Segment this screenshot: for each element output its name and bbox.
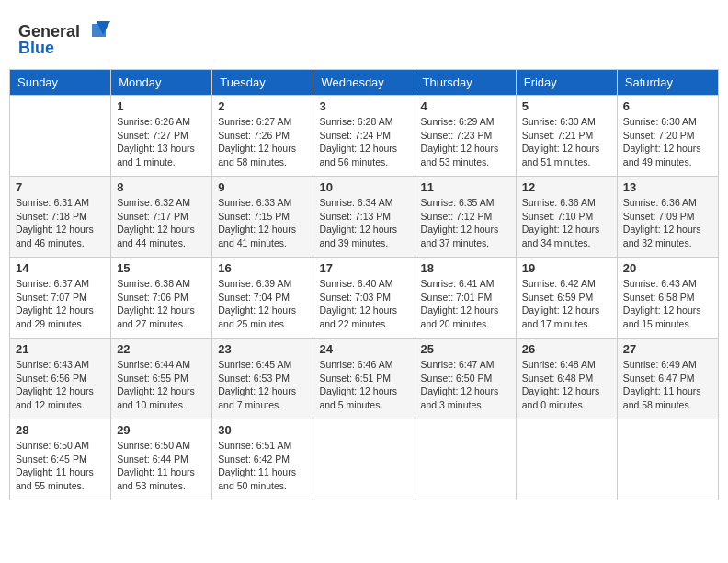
day-info: Sunrise: 6:36 AMSunset: 7:10 PMDaylight:… (522, 196, 611, 250)
week-row-2: 7Sunrise: 6:31 AMSunset: 7:18 PMDaylight… (10, 177, 719, 258)
day-number: 16 (218, 261, 307, 275)
day-info: Sunrise: 6:40 AMSunset: 7:03 PMDaylight:… (319, 277, 408, 331)
header-row: SundayMondayTuesdayWednesdayThursdayFrid… (10, 70, 719, 96)
day-info: Sunrise: 6:47 AMSunset: 6:50 PMDaylight:… (421, 358, 510, 412)
day-cell: 14Sunrise: 6:37 AMSunset: 7:07 PMDayligh… (10, 258, 111, 339)
day-number: 21 (16, 342, 105, 356)
day-info: Sunrise: 6:41 AMSunset: 7:01 PMDaylight:… (421, 277, 510, 331)
calendar-table: SundayMondayTuesdayWednesdayThursdayFrid… (9, 69, 719, 500)
day-number: 26 (522, 342, 611, 356)
day-number: 17 (319, 261, 408, 275)
day-cell: 5Sunrise: 6:30 AMSunset: 7:21 PMDaylight… (516, 96, 617, 177)
day-info: Sunrise: 6:50 AMSunset: 6:44 PMDaylight:… (117, 439, 206, 493)
day-cell (617, 419, 718, 500)
week-row-1: 1Sunrise: 6:26 AMSunset: 7:27 PMDaylight… (10, 96, 719, 177)
day-number: 6 (623, 99, 712, 113)
day-number: 20 (623, 261, 712, 275)
day-number: 18 (421, 261, 510, 275)
day-info: Sunrise: 6:31 AMSunset: 7:18 PMDaylight:… (16, 196, 105, 250)
day-number: 15 (117, 261, 206, 275)
day-header-sunday: Sunday (10, 70, 111, 96)
day-number: 29 (117, 423, 206, 437)
day-info: Sunrise: 6:35 AMSunset: 7:12 PMDaylight:… (421, 196, 510, 250)
day-cell: 25Sunrise: 6:47 AMSunset: 6:50 PMDayligh… (415, 339, 516, 419)
day-cell: 17Sunrise: 6:40 AMSunset: 7:03 PMDayligh… (313, 258, 415, 339)
day-info: Sunrise: 6:39 AMSunset: 7:04 PMDaylight:… (218, 277, 307, 331)
day-cell: 6Sunrise: 6:30 AMSunset: 7:20 PMDaylight… (617, 96, 718, 177)
day-info: Sunrise: 6:32 AMSunset: 7:17 PMDaylight:… (117, 196, 206, 250)
day-number: 3 (319, 99, 408, 113)
day-cell: 10Sunrise: 6:34 AMSunset: 7:13 PMDayligh… (313, 177, 415, 258)
day-cell (415, 419, 516, 500)
day-info: Sunrise: 6:30 AMSunset: 7:21 PMDaylight:… (522, 115, 611, 169)
week-row-5: 28Sunrise: 6:50 AMSunset: 6:45 PMDayligh… (10, 419, 719, 500)
day-number: 2 (218, 99, 307, 113)
day-cell: 26Sunrise: 6:48 AMSunset: 6:48 PMDayligh… (516, 339, 617, 419)
day-info: Sunrise: 6:33 AMSunset: 7:15 PMDaylight:… (218, 196, 307, 250)
logo: General Blue (18, 17, 119, 62)
day-info: Sunrise: 6:43 AMSunset: 6:58 PMDaylight:… (623, 277, 712, 331)
day-number: 9 (218, 180, 307, 194)
day-cell: 3Sunrise: 6:28 AMSunset: 7:24 PMDaylight… (313, 96, 415, 177)
day-header-saturday: Saturday (617, 70, 718, 96)
day-number: 14 (16, 261, 105, 275)
day-header-tuesday: Tuesday (212, 70, 313, 96)
day-cell: 12Sunrise: 6:36 AMSunset: 7:10 PMDayligh… (516, 177, 617, 258)
day-info: Sunrise: 6:36 AMSunset: 7:09 PMDaylight:… (623, 196, 712, 250)
day-number: 10 (319, 180, 408, 194)
day-number: 5 (522, 99, 611, 113)
day-cell: 4Sunrise: 6:29 AMSunset: 7:23 PMDaylight… (415, 96, 516, 177)
day-cell: 19Sunrise: 6:42 AMSunset: 6:59 PMDayligh… (516, 258, 617, 339)
day-cell: 24Sunrise: 6:46 AMSunset: 6:51 PMDayligh… (313, 339, 415, 419)
day-cell (10, 96, 111, 177)
day-cell: 23Sunrise: 6:45 AMSunset: 6:53 PMDayligh… (212, 339, 313, 419)
day-header-friday: Friday (516, 70, 617, 96)
day-cell: 15Sunrise: 6:38 AMSunset: 7:06 PMDayligh… (111, 258, 212, 339)
day-header-thursday: Thursday (415, 70, 516, 96)
day-cell: 21Sunrise: 6:43 AMSunset: 6:56 PMDayligh… (10, 339, 111, 419)
day-cell: 2Sunrise: 6:27 AMSunset: 7:26 PMDaylight… (212, 96, 313, 177)
day-number: 11 (421, 180, 510, 194)
day-number: 30 (218, 423, 307, 437)
day-cell: 11Sunrise: 6:35 AMSunset: 7:12 PMDayligh… (415, 177, 516, 258)
day-number: 23 (218, 342, 307, 356)
svg-text:Blue: Blue (18, 39, 54, 57)
day-cell: 22Sunrise: 6:44 AMSunset: 6:55 PMDayligh… (111, 339, 212, 419)
day-info: Sunrise: 6:45 AMSunset: 6:53 PMDaylight:… (218, 358, 307, 412)
day-cell: 30Sunrise: 6:51 AMSunset: 6:42 PMDayligh… (212, 419, 313, 500)
day-number: 28 (16, 423, 105, 437)
week-row-4: 21Sunrise: 6:43 AMSunset: 6:56 PMDayligh… (10, 339, 719, 419)
day-number: 12 (522, 180, 611, 194)
day-number: 25 (421, 342, 510, 356)
day-info: Sunrise: 6:28 AMSunset: 7:24 PMDaylight:… (319, 115, 408, 169)
day-number: 13 (623, 180, 712, 194)
day-info: Sunrise: 6:51 AMSunset: 6:42 PMDaylight:… (218, 439, 307, 493)
day-info: Sunrise: 6:46 AMSunset: 6:51 PMDaylight:… (319, 358, 408, 412)
day-info: Sunrise: 6:50 AMSunset: 6:45 PMDaylight:… (16, 439, 105, 493)
day-info: Sunrise: 6:27 AMSunset: 7:26 PMDaylight:… (218, 115, 307, 169)
svg-text:General: General (18, 22, 80, 40)
day-number: 8 (117, 180, 206, 194)
day-cell: 1Sunrise: 6:26 AMSunset: 7:27 PMDaylight… (111, 96, 212, 177)
day-info: Sunrise: 6:42 AMSunset: 6:59 PMDaylight:… (522, 277, 611, 331)
day-number: 4 (421, 99, 510, 113)
day-cell: 20Sunrise: 6:43 AMSunset: 6:58 PMDayligh… (617, 258, 718, 339)
day-info: Sunrise: 6:48 AMSunset: 6:48 PMDaylight:… (522, 358, 611, 412)
day-info: Sunrise: 6:44 AMSunset: 6:55 PMDaylight:… (117, 358, 206, 412)
day-info: Sunrise: 6:37 AMSunset: 7:07 PMDaylight:… (16, 277, 105, 331)
day-info: Sunrise: 6:34 AMSunset: 7:13 PMDaylight:… (319, 196, 408, 250)
page-header: General Blue (9, 9, 719, 62)
day-cell: 7Sunrise: 6:31 AMSunset: 7:18 PMDaylight… (10, 177, 111, 258)
day-number: 1 (117, 99, 206, 113)
day-cell: 28Sunrise: 6:50 AMSunset: 6:45 PMDayligh… (10, 419, 111, 500)
day-number: 19 (522, 261, 611, 275)
day-cell: 16Sunrise: 6:39 AMSunset: 7:04 PMDayligh… (212, 258, 313, 339)
day-info: Sunrise: 6:49 AMSunset: 6:47 PMDaylight:… (623, 358, 712, 412)
day-header-wednesday: Wednesday (313, 70, 415, 96)
day-info: Sunrise: 6:30 AMSunset: 7:20 PMDaylight:… (623, 115, 712, 169)
day-number: 24 (319, 342, 408, 356)
logo-text: General Blue (18, 17, 119, 62)
day-number: 27 (623, 342, 712, 356)
day-cell: 18Sunrise: 6:41 AMSunset: 7:01 PMDayligh… (415, 258, 516, 339)
day-info: Sunrise: 6:29 AMSunset: 7:23 PMDaylight:… (421, 115, 510, 169)
